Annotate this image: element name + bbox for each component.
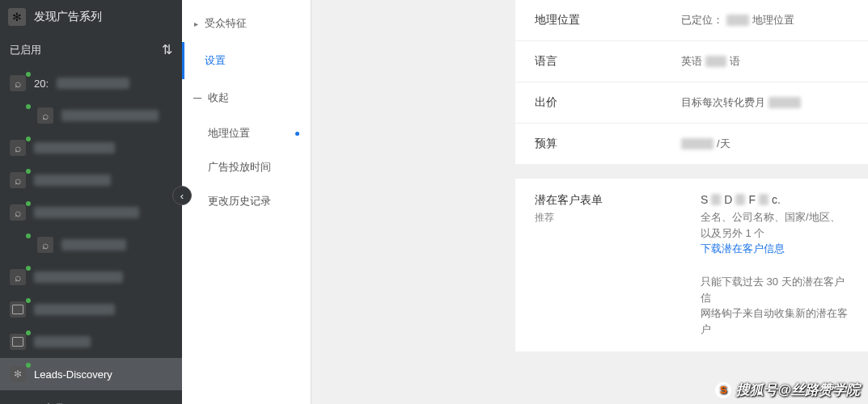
redacted-text <box>768 97 801 108</box>
status-filter-row[interactable]: 已启用 ⇅ <box>0 34 182 65</box>
setting-row-出价[interactable]: 出价目标每次转化费月 <box>515 82 868 124</box>
search-icon <box>10 75 26 91</box>
lead-form-title: S D F c. <box>701 193 849 206</box>
sidebar-item-label: 受众特征 <box>205 16 247 31</box>
collapse-sidebar-button[interactable]: ‹ <box>172 186 192 205</box>
setting-label: 地理位置 <box>515 13 681 27</box>
search-icon <box>10 204 26 221</box>
search-icon <box>10 172 26 188</box>
status-filter-label: 已启用 <box>10 43 41 57</box>
collapse-label: 收起 <box>208 90 229 105</box>
sidebar-item-设置[interactable]: 设置 <box>182 42 311 79</box>
status-dot-icon <box>26 266 31 271</box>
search-icon <box>37 237 53 253</box>
sidebar-item-受众特征[interactable]: ▸受众特征 <box>182 5 311 42</box>
watermark-text: 搜狐号@丝路赞学院 <box>736 381 860 399</box>
redacted-text <box>34 304 115 315</box>
campaign-sidebar: ✻ 发现广告系列 已启用 ⇅ 20:Leads-Discovery 产品 ‹ <box>0 0 182 404</box>
lead-download-note: 只能下载过去 30 天的潜在客户信网络钩子来自动收集新的潜在客户 <box>701 274 849 337</box>
setting-value: 目标每次转化费月 <box>681 95 801 110</box>
campaign-item[interactable] <box>0 132 182 164</box>
sidebar-subitem-广告投放时间[interactable]: 广告投放时间 <box>182 150 311 184</box>
status-dot-icon <box>26 72 31 77</box>
search-icon <box>10 269 26 285</box>
web-icon <box>10 301 26 318</box>
settings-sidebar: ▸受众特征设置收起地理位置广告投放时间更改历史记录 <box>182 0 311 404</box>
campaign-item[interactable]: 20: <box>0 67 182 99</box>
search-icon <box>37 107 53 124</box>
lead-form-sub: 推荐 <box>535 211 701 225</box>
campaign-item[interactable] <box>0 326 182 358</box>
status-dot-icon <box>26 169 31 174</box>
setting-row-地理位置[interactable]: 地理位置已定位：地理位置 <box>515 0 868 41</box>
redacted-text <box>61 110 159 121</box>
status-dot-icon <box>26 330 31 335</box>
campaign-type-header[interactable]: ✻ 发现广告系列 <box>0 0 182 34</box>
sohu-logo-icon: S <box>715 382 731 398</box>
status-dot-icon <box>26 137 31 141</box>
chevron-left-icon: ‹ <box>180 190 184 202</box>
lead-form-fields-desc: 全名、公司名称、国家/地区、以及另外 1 个 <box>701 209 849 241</box>
redacted-text <box>34 336 91 347</box>
redacted-text <box>34 175 111 186</box>
watermark: S 搜狐号@丝路赞学院 <box>715 381 860 399</box>
redacted-text <box>705 56 726 67</box>
search-icon <box>10 140 26 156</box>
products-link[interactable]: 产品 <box>0 390 182 404</box>
campaign-label: 20: <box>34 78 49 90</box>
redacted-text <box>34 142 115 154</box>
setting-label: 出价 <box>515 95 681 110</box>
sidebar-subitem-地理位置[interactable]: 地理位置 <box>182 116 311 150</box>
campaign-type-title: 发现广告系列 <box>34 10 102 24</box>
asterisk-icon: ✻ <box>8 8 26 26</box>
status-dot-icon <box>26 201 31 206</box>
sidebar-subitem-更改历史记录[interactable]: 更改历史记录 <box>182 184 311 218</box>
status-dot-icon <box>26 234 31 238</box>
setting-value: /天 <box>681 137 730 151</box>
status-dot-icon <box>26 104 31 109</box>
setting-label: 预算 <box>515 137 681 151</box>
redacted-text <box>34 271 123 283</box>
setting-row-预算[interactable]: 预算/天 <box>515 124 868 164</box>
main-content: 地理位置已定位：地理位置语言英语语出价目标每次转化费月预算/天 潜在客户表单 推… <box>311 0 868 404</box>
setting-row-语言[interactable]: 语言英语语 <box>515 41 868 82</box>
campaign-item[interactable] <box>0 229 182 261</box>
campaign-item[interactable] <box>0 261 182 293</box>
campaign-item[interactable]: Leads-Discovery <box>0 358 182 390</box>
active-dot-icon <box>295 132 299 136</box>
setting-value: 已定位：地理位置 <box>681 13 794 27</box>
sidebar-subitem-label: 广告投放时间 <box>208 160 271 175</box>
campaign-item[interactable] <box>0 196 182 229</box>
redacted-text <box>57 78 129 89</box>
web-icon <box>10 334 26 350</box>
sidebar-subitem-label: 地理位置 <box>208 126 250 141</box>
collapse-section-button[interactable]: 收起 <box>182 79 311 116</box>
redacted-text <box>34 207 139 218</box>
setting-value: 英语语 <box>681 54 740 69</box>
sidebar-item-label: 设置 <box>205 53 226 68</box>
minus-icon <box>193 98 201 99</box>
redacted-text <box>726 15 749 26</box>
campaign-item[interactable] <box>0 293 182 326</box>
campaign-item[interactable] <box>0 99 182 132</box>
settings-card: 地理位置已定位：地理位置语言英语语出价目标每次转化费月预算/天 <box>515 0 868 164</box>
status-dot-icon <box>26 363 31 368</box>
sort-swap-icon[interactable]: ⇅ <box>162 42 172 57</box>
star-icon <box>10 366 26 382</box>
campaign-label: Leads-Discovery <box>34 368 112 381</box>
caret-right-icon: ▸ <box>193 19 198 28</box>
setting-label: 语言 <box>515 54 681 69</box>
sidebar-subitem-label: 更改历史记录 <box>208 194 271 208</box>
campaign-list: 20:Leads-Discovery <box>0 65 182 390</box>
redacted-text <box>681 138 713 149</box>
campaign-item[interactable] <box>0 164 182 196</box>
download-leads-link[interactable]: 下载潜在客户信息 <box>701 242 785 255</box>
status-dot-icon <box>26 298 31 303</box>
lead-form-heading: 潜在客户表单 <box>535 193 701 208</box>
redacted-text <box>61 239 126 250</box>
lead-form-card: 潜在客户表单 推荐 S D F c. 全名、公司名称、国家/地区、以及另外 1 … <box>515 179 868 351</box>
